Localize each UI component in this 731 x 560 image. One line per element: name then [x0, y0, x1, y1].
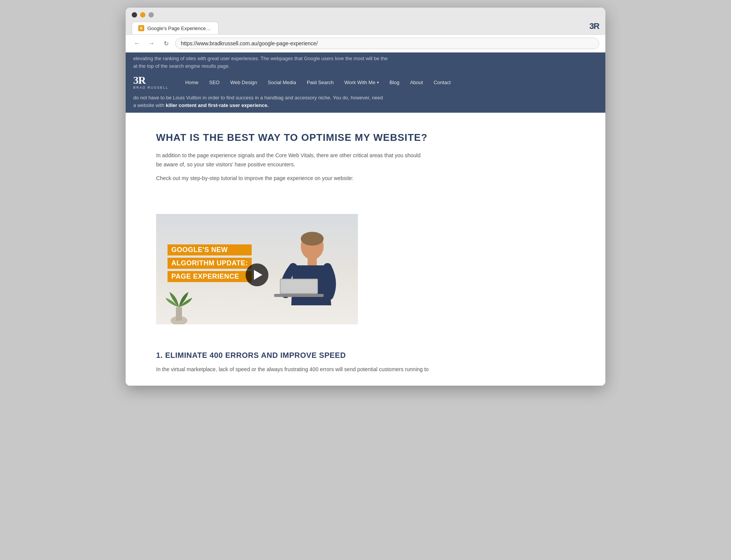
- video-embed[interactable]: Google's New Page Experience Algorith...…: [156, 214, 358, 324]
- play-button[interactable]: [246, 263, 268, 286]
- address-bar-row: ← → ↻: [126, 35, 605, 53]
- bottom-section: 1. ELIMINATE 400 ERRORS AND IMPROVE SPEE…: [126, 336, 605, 386]
- partial-top-text: elevating the ranking of sites with grea…: [126, 53, 605, 72]
- main-paragraph-1: In addition to the page experience signa…: [156, 151, 423, 169]
- close-button[interactable]: [132, 12, 137, 18]
- video-text-overlay: GOOGLE'S NEW ALGORITHM UPDATE: PAGE EXPE…: [168, 244, 252, 282]
- work-with-me-dropdown-arrow: ▾: [377, 80, 379, 85]
- main-content: WHAT IS THE BEST WAY TO OPTIMISE MY WEBS…: [126, 113, 605, 203]
- play-icon: [254, 270, 262, 280]
- nav-item-workwithme[interactable]: Work With Me ▾: [339, 73, 384, 92]
- nav-menu: Home SEO Web Design Social Media Paid Se…: [180, 73, 456, 92]
- site-logo: 3R BRAD RUSSELL: [133, 72, 169, 93]
- nav-item-contact[interactable]: Contact: [428, 73, 456, 92]
- person-figure: [263, 229, 346, 324]
- nav-item-home[interactable]: Home: [180, 73, 204, 92]
- browser-tab[interactable]: B Google's Page Experience Upd...: [132, 22, 219, 34]
- video-thumbnail: Google's New Page Experience Algorith...…: [156, 214, 358, 324]
- tab-title: Google's Page Experience Upd...: [147, 26, 212, 31]
- logo-subtitle: BRAD RUSSELL: [133, 86, 169, 89]
- browser-window: B Google's Page Experience Upd... 3R ← →…: [126, 8, 605, 386]
- sub-heading: 1. ELIMINATE 400 ERRORS AND IMPROVE SPEE…: [156, 351, 575, 360]
- back-button[interactable]: ←: [132, 38, 142, 49]
- minimize-button[interactable]: [140, 12, 145, 18]
- traffic-lights: [132, 12, 599, 18]
- main-heading: WHAT IS THE BEST WAY TO OPTIMISE MY WEBS…: [156, 132, 575, 144]
- site-navigation: 3R BRAD RUSSELL Home SEO Web Design Soci…: [126, 72, 605, 93]
- logo-main-text: 3R: [133, 75, 145, 86]
- nav-item-seo[interactable]: SEO: [204, 73, 225, 92]
- nav-item-about[interactable]: About: [405, 73, 428, 92]
- browser-titlebar: B Google's Page Experience Upd... 3R: [126, 8, 605, 35]
- tab-favicon: B: [138, 25, 144, 31]
- browser-logo: 3R: [589, 21, 599, 34]
- bottom-text: In the virtual marketplace, lack of spee…: [156, 365, 575, 374]
- svg-rect-9: [281, 279, 317, 293]
- svg-rect-3: [176, 307, 182, 321]
- svg-point-5: [301, 232, 324, 246]
- svg-rect-6: [308, 258, 317, 265]
- maximize-button[interactable]: [148, 12, 154, 18]
- nav-item-blog[interactable]: Blog: [384, 73, 405, 92]
- overlay-line-1: GOOGLE'S NEW: [168, 244, 252, 255]
- overlay-line-2: ALGORITHM UPDATE:: [168, 258, 252, 269]
- refresh-button[interactable]: ↻: [161, 38, 171, 49]
- address-input[interactable]: [175, 38, 599, 49]
- nav-item-socialmedia[interactable]: Social Media: [262, 73, 301, 92]
- forward-button[interactable]: →: [146, 38, 157, 49]
- plant-decoration: [164, 286, 194, 324]
- main-paragraph-2: Check out my step-by-step tutorial to im…: [156, 174, 423, 183]
- svg-rect-7: [274, 294, 324, 297]
- content-partial-text: do not have to be Louis Vuitton in order…: [126, 93, 605, 113]
- nav-item-paidsearch[interactable]: Paid Search: [302, 73, 339, 92]
- overlay-line-3: PAGE EXPERIENCE: [168, 271, 252, 282]
- page-content: elevating the ranking of sites with grea…: [126, 53, 605, 386]
- nav-item-webdesign[interactable]: Web Design: [225, 73, 263, 92]
